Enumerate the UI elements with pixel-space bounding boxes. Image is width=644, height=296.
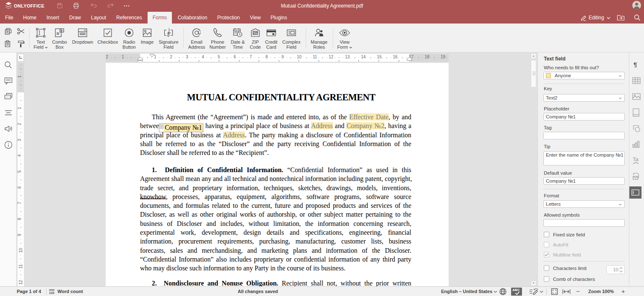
svg-text:ZIP: ZIP (253, 31, 258, 34)
svg-text:123: 123 (49, 291, 55, 294)
